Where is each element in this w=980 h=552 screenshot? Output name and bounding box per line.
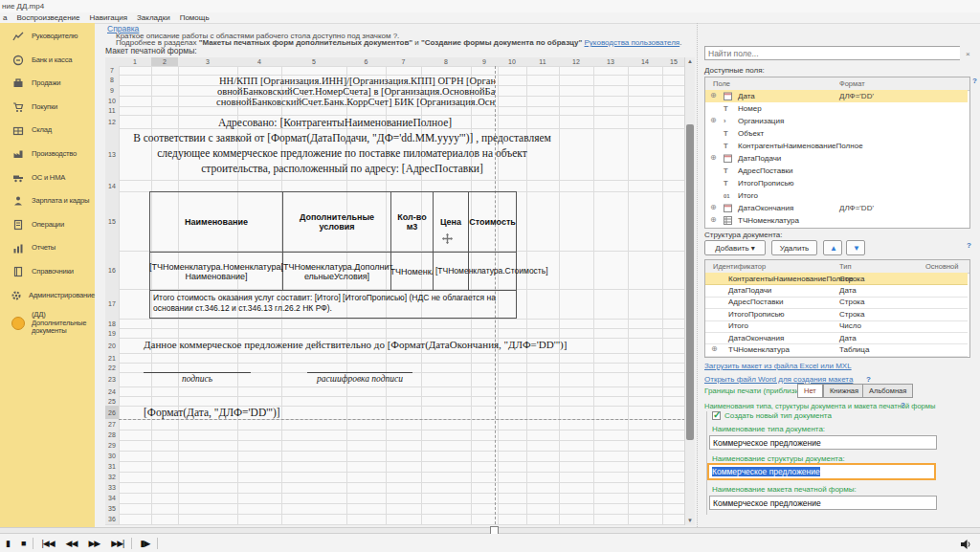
structure-row-ИтогоПрописью[interactable]: ИтогоПрописьюСтрока — [705, 308, 968, 320]
volume-icon[interactable] — [960, 537, 972, 552]
row-header-12[interactable]: 12 — [105, 115, 119, 128]
field-row-Дата[interactable]: ⊕ДатаДЛФ='DD' — [705, 90, 968, 102]
goods-table[interactable]: Наименование Дополнительные условия Кол-… — [149, 191, 517, 319]
rewind-button[interactable]: ◀◀ — [66, 539, 78, 548]
borders-option-none[interactable]: Нет — [797, 384, 823, 398]
row-header-21[interactable]: 21 — [105, 353, 119, 363]
fields-help-icon[interactable]: ? — [972, 77, 977, 85]
sidebar-item-10[interactable]: Отчеты — [0, 236, 95, 260]
field-row-АдресПоставки[interactable]: ТАдресПоставки — [705, 165, 968, 177]
expander-icon[interactable]: ⊕ — [711, 344, 718, 353]
row-header-28[interactable]: 28 — [105, 430, 119, 440]
row-header-17[interactable]: 17 — [105, 289, 119, 319]
column-header-2[interactable]: 2 — [151, 57, 178, 66]
expander-icon[interactable]: ⊕ — [710, 116, 717, 124]
row-header-26[interactable]: 26 — [105, 406, 119, 419]
structure-row-ДатаОкончания[interactable]: ДатаОкончанияДата — [705, 332, 968, 344]
new-doc-type-checkbox[interactable]: ✓ — [712, 411, 721, 420]
structure-row-Итого[interactable]: ИтогоЧисло — [705, 320, 968, 333]
row-header-8[interactable]: 8 — [105, 75, 119, 85]
column-header-3[interactable]: 3 — [178, 57, 237, 66]
row-header-33[interactable]: 33 — [105, 482, 119, 493]
field-row-ИтогоПрописью[interactable]: ТИтогоПрописью — [705, 177, 968, 189]
frame-step-button[interactable]: ▮▶ — [140, 539, 149, 548]
structure-help-icon[interactable]: ? — [967, 241, 971, 250]
menu-item[interactable]: Воспроизведение — [16, 13, 79, 22]
column-header-14[interactable]: 14 — [628, 57, 662, 66]
field-row-Объект[interactable]: ТОбъект — [705, 127, 968, 140]
field-row-Номер[interactable]: ТНомер — [705, 102, 968, 115]
field-row-ДатаПодачи[interactable]: ⊕ДатаПодачи — [705, 152, 968, 165]
search-input[interactable] — [704, 46, 961, 60]
column-header-9[interactable]: 9 — [471, 57, 498, 66]
sheet-vertical-scrollbar[interactable]: ▲ ▼ — [684, 57, 695, 525]
add-button[interactable]: Добавить ▾ — [704, 240, 766, 255]
word-help-icon[interactable]: ? — [866, 375, 871, 384]
structure-row-КонтрагентыНаименованиеПолное[interactable]: КонтрагентыНаименованиеПолноеСтрока — [705, 273, 968, 285]
user-guide-link[interactable]: Руководства пользователя — [585, 38, 680, 47]
sidebar-item-3[interactable]: Продажи — [0, 72, 95, 96]
sidebar-item-11[interactable]: Справочники — [0, 260, 95, 284]
sidebar-item-7[interactable]: ОС и НМА — [0, 166, 95, 190]
row-header-30[interactable]: 30 — [105, 451, 119, 461]
column-header-15[interactable]: 15 — [662, 57, 685, 66]
skip-back-button[interactable]: |◀◀ — [41, 539, 54, 548]
expander-icon[interactable]: ⊕ — [710, 91, 717, 99]
borders-option-portrait[interactable]: Книжная — [823, 384, 865, 398]
menu-item[interactable]: Закладки — [137, 13, 170, 22]
row-header-24[interactable]: 24 — [105, 386, 119, 396]
column-header-6[interactable]: 6 — [346, 57, 386, 66]
column-header-4[interactable]: 4 — [237, 57, 281, 66]
row-header-15[interactable]: 15 — [105, 191, 119, 251]
sidebar-item-5[interactable]: Склад — [0, 119, 95, 143]
sidebar-item-6[interactable]: Производство — [0, 143, 95, 166]
pause-button[interactable]: ▮ — [6, 539, 10, 548]
row-header-13[interactable]: 13 — [105, 128, 119, 180]
column-header-11[interactable]: 11 — [526, 57, 559, 66]
borders-option-landscape[interactable]: Альбомная — [862, 384, 913, 398]
stop-button[interactable]: ■ — [21, 539, 25, 548]
sidebar-item-1[interactable]: Руководителю — [0, 25, 95, 49]
fast-forward-button[interactable]: ▶▶ — [88, 539, 100, 548]
sidebar-item-2[interactable]: Банк и касса — [0, 49, 95, 73]
column-header-5[interactable]: 5 — [281, 57, 346, 66]
menu-item[interactable]: Навигация — [90, 13, 128, 22]
row-header-18[interactable]: 18 — [105, 319, 119, 328]
naming-help-icon[interactable]: ? — [901, 401, 905, 409]
row-header-22[interactable]: 22 — [105, 363, 119, 372]
structure-row-АдресПоставки[interactable]: АдресПоставкиСтрока — [705, 297, 968, 309]
row-header-25[interactable]: 25 — [105, 396, 119, 406]
row-header-34[interactable]: 34 — [105, 493, 119, 503]
row-header-32[interactable]: 32 — [105, 472, 119, 482]
structure-row-ДатаПодачи[interactable]: ДатаПодачиДата — [705, 284, 968, 297]
field-row-Организация[interactable]: ⊕›Организация — [705, 115, 968, 127]
row-header-31[interactable]: 31 — [105, 461, 119, 472]
row-header-29[interactable]: 29 — [105, 440, 119, 451]
delete-button[interactable]: Удалить — [771, 240, 817, 255]
expander-icon[interactable]: ⊕ — [710, 153, 717, 162]
row-header-14[interactable]: 14 — [105, 180, 119, 191]
row-header-27[interactable]: 27 — [105, 419, 119, 430]
row-header-9[interactable]: 9 — [105, 85, 119, 96]
column-header-13[interactable]: 13 — [593, 57, 628, 66]
print-form-sheet[interactable]: 1234567891011121314157891011121314151617… — [105, 57, 695, 525]
sidebar-item-9[interactable]: Операции — [0, 213, 95, 237]
menu-item[interactable]: а — [3, 13, 7, 22]
skip-forward-button[interactable]: ▶▶| — [111, 539, 123, 548]
scroll-down-arrow[interactable]: ▼ — [685, 517, 695, 525]
field-row-КонтрагентыНаименованиеПолное[interactable]: ТКонтрагентыНаименованиеПолное — [705, 140, 968, 152]
structure-row-ТЧНоменклатура[interactable]: ⊕ТЧНоменклатураТаблица — [705, 343, 968, 356]
scroll-up-arrow[interactable]: ▲ — [685, 57, 695, 66]
field-row-Итого[interactable]: 01Итого — [705, 189, 968, 202]
row-header-19[interactable]: 19 — [105, 328, 119, 338]
column-header-8[interactable]: 8 — [421, 57, 471, 66]
move-up-button[interactable]: ▲ — [823, 240, 842, 255]
row-header-7[interactable]: 7 — [105, 66, 119, 75]
sidebar-item-4[interactable]: Покупки — [0, 96, 95, 120]
open-word-link[interactable]: Открыть файл Word для создания макета — [704, 375, 853, 384]
doc-type-name-input[interactable] — [709, 435, 937, 450]
print-form-name-input[interactable] — [709, 496, 937, 510]
column-header-1[interactable]: 1 — [119, 57, 151, 66]
row-header-20[interactable]: 20 — [105, 338, 119, 353]
sidebar-item-12[interactable]: Администрирование — [0, 284, 95, 308]
